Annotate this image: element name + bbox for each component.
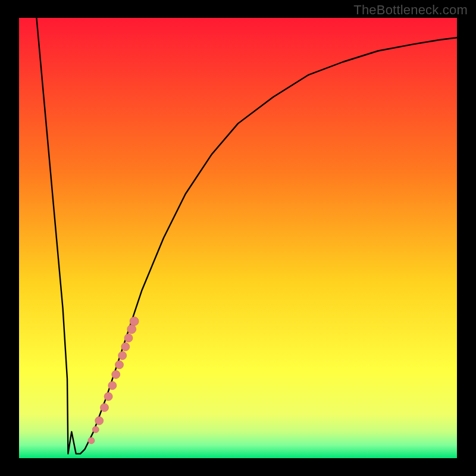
data-dot <box>130 317 139 325</box>
data-dot <box>124 334 133 342</box>
data-dot <box>101 403 109 412</box>
data-dot <box>115 361 124 369</box>
watermark-text: TheBottleneck.com <box>353 2 468 18</box>
data-dot <box>118 352 127 360</box>
data-dot <box>108 381 117 390</box>
data-dot <box>127 325 136 334</box>
data-dot <box>121 343 130 351</box>
data-dot <box>112 370 120 378</box>
data-dot <box>88 437 95 444</box>
data-dot <box>104 392 112 400</box>
chart-stage: TheBottleneck.com <box>0 0 476 476</box>
bottleneck-chart-svg <box>0 0 476 476</box>
data-dot <box>92 426 99 433</box>
data-dot <box>95 416 104 425</box>
plot-background <box>19 18 457 458</box>
